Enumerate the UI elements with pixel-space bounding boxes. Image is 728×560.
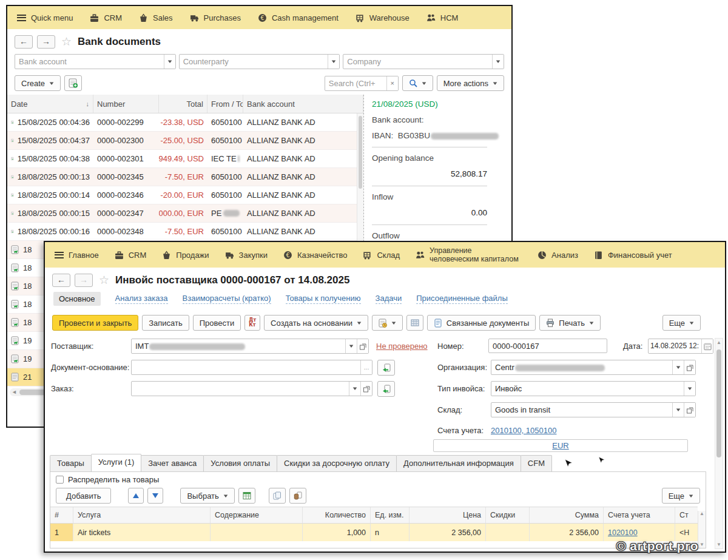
scrollbar-thumb[interactable] [716, 349, 721, 457]
menu-item-hcm[interactable]: HCM [426, 13, 459, 22]
column-header-accounts[interactable]: Счета учета [604, 507, 675, 523]
company-filter[interactable]: Company▼ [343, 54, 504, 69]
scroll-left-icon[interactable]: ◄ [12, 389, 17, 395]
copy-row-button[interactable] [269, 488, 286, 504]
counterparty-filter[interactable]: Counterparty▼ [179, 54, 340, 69]
column-header-quantity[interactable]: Количество [303, 507, 371, 523]
forward-button[interactable]: → [37, 35, 55, 49]
number-field[interactable]: 0000-000167 [488, 339, 607, 353]
column-header-discount[interactable]: Скидки [486, 507, 530, 523]
date-field[interactable]: 14.08.2025 12: [648, 339, 713, 354]
column-header-amount[interactable]: Сумма [530, 507, 604, 523]
clear-search-icon[interactable]: × [386, 76, 398, 90]
order-field[interactable]: ▼ [131, 381, 372, 396]
invoice-type-field[interactable]: Инвойс ▼ [491, 381, 696, 396]
ellipsis-icon[interactable]: ... [360, 360, 372, 374]
tab-payment-terms[interactable]: Условия оплаты [203, 455, 277, 471]
chevron-down-icon[interactable]: ▼ [349, 382, 360, 396]
chevron-down-icon[interactable]: ▼ [684, 382, 695, 396]
tab-advance-offset[interactable]: Зачет аванса [141, 455, 204, 471]
menu-item-treasury[interactable]: Казначейство [283, 251, 347, 260]
open-icon[interactable] [684, 403, 695, 417]
move-up-button[interactable] [128, 488, 144, 504]
tab-attached-files[interactable]: Присоединенные файлы [416, 294, 508, 304]
calendar-icon[interactable] [701, 339, 713, 353]
column-header-unit[interactable]: Ед. изм. [371, 507, 410, 523]
warehouse-field[interactable]: Goods in transit ▼ [491, 402, 696, 417]
tab-main[interactable]: Основное [53, 292, 101, 306]
more-button[interactable]: Еще▼ [662, 315, 701, 331]
back-button[interactable]: ← [52, 274, 70, 287]
menu-item-warehouse[interactable]: Склад [363, 251, 400, 260]
menu-item-sales[interactable]: Sales [139, 13, 173, 22]
open-icon[interactable] [684, 360, 695, 374]
dr-cr-button[interactable]: ДтКт [244, 315, 260, 331]
menu-item-sales[interactable]: Продажи [162, 251, 209, 260]
favorite-star-icon[interactable]: ☆ [61, 35, 72, 49]
tab-additional-info[interactable]: Дополнительная информация [396, 455, 521, 471]
add-row-button[interactable]: Добавить [56, 488, 111, 504]
open-icon[interactable] [360, 382, 372, 396]
base-document-field[interactable]: ... [131, 360, 372, 375]
column-header-content[interactable]: Содержание [211, 507, 303, 523]
menu-item-purchases[interactable]: Purchases [190, 13, 241, 22]
move-down-button[interactable] [147, 488, 163, 504]
table-row[interactable]: 18/08/2025 00:00:16 0000-002348 -7.50, E… [7, 223, 363, 241]
account-link[interactable]: 1020100 [608, 528, 638, 537]
selection-table-button[interactable] [238, 488, 255, 504]
column-header-date[interactable]: Date↓ [7, 95, 93, 113]
save-button[interactable]: Записать [142, 315, 189, 331]
tab-early-payment-discounts[interactable]: Скидки за досрочную оплату [277, 455, 397, 471]
form-vertical-scrollbar[interactable]: ▲ ▼ [715, 338, 723, 549]
search-input[interactable]: Search (Ctrl+× [325, 76, 399, 91]
back-button[interactable]: ← [15, 35, 33, 49]
create-button[interactable]: Create▼ [15, 75, 61, 91]
organization-field[interactable]: Centr ▼ [491, 360, 696, 375]
tab-goods-to-receive[interactable]: Товары к получению [286, 294, 361, 304]
menu-item-finance[interactable]: Финансовый учет [594, 251, 672, 260]
forward-button[interactable]: → [75, 274, 93, 287]
fill-from-order-button[interactable] [377, 381, 395, 397]
chevron-down-icon[interactable]: ▼ [492, 55, 504, 69]
tab-tasks[interactable]: Задачи [376, 294, 402, 304]
menu-item-crm[interactable]: CRM [90, 13, 122, 22]
linked-documents-button[interactable]: Связанные документы [427, 315, 536, 331]
chevron-down-icon[interactable]: ▼ [328, 55, 339, 69]
chevron-down-icon[interactable]: ▼ [345, 339, 357, 353]
report-grid-button[interactable] [406, 315, 423, 331]
column-header-st[interactable]: Ст [675, 507, 698, 523]
menu-item-cash-management[interactable]: Cash management [258, 13, 339, 22]
menu-item-analysis[interactable]: Анализ [538, 251, 578, 260]
document-history-button[interactable]: ▼ [372, 315, 403, 331]
column-header-num[interactable]: # [50, 507, 73, 523]
new-document-button[interactable] [64, 75, 82, 91]
tab-services[interactable]: Услуги (1) [91, 454, 141, 471]
bank-account-filter[interactable]: Bank account▼ [15, 54, 176, 69]
currency-link[interactable]: EUR [552, 441, 568, 450]
not-checked-link[interactable]: Не проверено [376, 342, 428, 351]
tab-settlements[interactable]: Взаиморасчеты (кратко) [183, 294, 271, 304]
column-header-price[interactable]: Цена [410, 507, 486, 523]
column-header-fromto[interactable]: From / To [207, 95, 243, 113]
column-header-number[interactable]: Number [93, 95, 159, 113]
delete-row-button[interactable] [289, 488, 306, 504]
supplier-field[interactable]: IMT ▼ [131, 339, 369, 354]
open-icon[interactable] [357, 339, 368, 353]
create-based-on-button[interactable]: Создать на основании▼ [264, 315, 368, 331]
column-header-service[interactable]: Услуга [73, 507, 211, 523]
fill-from-base-button[interactable] [377, 360, 395, 376]
services-scrollbar[interactable]: ▲▼ [698, 511, 706, 548]
column-header-total[interactable]: Total [159, 95, 207, 113]
favorite-star-icon[interactable]: ☆ [99, 273, 109, 287]
tab-goods[interactable]: Товары [50, 455, 92, 471]
services-row-selected[interactable]: 1 Air tickets 1,000 n 2 356,00 2 356,00 … [50, 524, 698, 541]
select-button[interactable]: Выбрать▼ [180, 488, 234, 504]
menu-item-main[interactable]: Главное [55, 251, 99, 260]
column-header-bank[interactable]: Bank account [243, 95, 363, 113]
scrollbar-thumb[interactable] [359, 116, 362, 189]
accounts-link[interactable]: 2010100, 1050100 [491, 426, 556, 435]
menu-item-warehouse[interactable]: Warehouse [356, 13, 410, 22]
table-row[interactable]: 18/08/2025 00:00:13 0000-002345 -7.50, E… [7, 168, 363, 186]
menu-item-crm[interactable]: CRM [115, 251, 147, 260]
table-row[interactable]: 15/08/2025 00:04:36 0000-002299 -23.38, … [7, 113, 363, 132]
